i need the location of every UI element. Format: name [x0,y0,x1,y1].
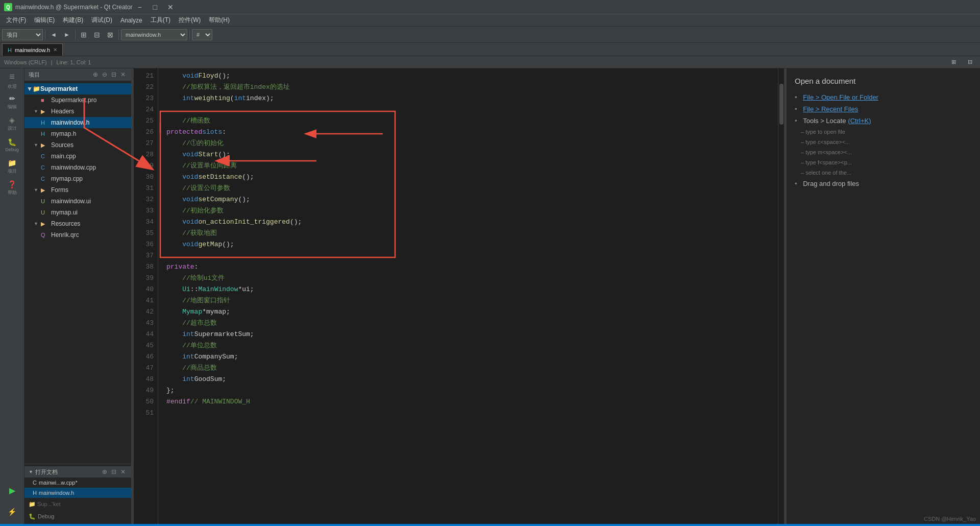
ln-29: 29 [134,160,154,172]
ui-file-icon: U [41,198,49,204]
code-line-27: //①的初始化 [166,138,778,149]
activity-debug2[interactable]: ⚡ [2,501,22,522]
tree-item-mymap-h[interactable]: H mymap.h [24,128,131,139]
toolbar-icon3[interactable]: ⊠ [104,29,116,41]
file-combo[interactable]: mainwindow.h [121,29,187,40]
code-content[interactable]: void Floyd(); //加权算法，返回超市index的选址 int we… [158,68,778,524]
activity-help[interactable]: ❓ 帮助 [2,178,22,198]
scrollbar-thumb[interactable] [779,84,783,125]
code-line-47: //商品总数 [166,363,778,374]
project-more-button[interactable]: ⊟ [110,70,118,79]
code-line-21: void Floyd(); [166,70,778,82]
open-files-btn2[interactable]: ⊟ [110,468,118,476]
tab-close-icon[interactable]: ✕ [53,47,57,53]
open-doc-sub-5: – select one of the... [795,170,972,176]
tab-mainwindow-h[interactable]: H mainwindow.h ✕ [2,43,63,56]
tree-item-main-cpp[interactable]: C main.cpp [24,151,131,162]
status-compile[interactable]: 4 编译输出 [250,524,283,526]
tree-item-mainwindow-cpp[interactable]: C mainwindow.cpp [24,162,131,173]
sources-label: Sources [51,141,74,149]
infobar: Windows (CRLF) | Line: 1, Col: 1 ⊞ ⊟ [0,56,980,68]
open-files-label: 打开文档 [35,468,58,476]
tree-item-henrik-qrc[interactable]: Q Henrik.qrc [24,229,131,241]
status-search[interactable]: 2 Search Results [149,524,198,526]
toolbar-icon1[interactable]: ⊞ [78,29,90,41]
toolbar-icon2[interactable]: ⊟ [91,29,103,41]
ln-45: 45 [134,340,154,351]
status-general[interactable]: 6 概要信息 [352,524,385,526]
code-line-49: }; [166,385,778,396]
tree-item-forms[interactable]: ▼ ▶ Forms [24,184,131,196]
code-editor: 21 22 23 24 25 26 27 28 29 30 31 32 33 3… [134,68,784,524]
open-files-header[interactable]: ▼ 打开文档 ⊕ ⊟ ✕ [24,466,131,477]
forms-folder-icon: ▶ [41,187,49,194]
tree-item-mymap-cpp[interactable]: C mymap.cpp [24,173,131,184]
project-root[interactable]: ▼ 📁 Supermarket [24,83,131,94]
open-file-mainwindow-cpp[interactable]: C mainwi...w.cpp* [24,477,131,488]
vertical-scrollbar[interactable] [778,68,784,524]
h-icon: H [33,490,37,496]
position-label: Line: 1, Col: 1 [57,59,91,65]
resources-label: Resources [51,220,80,227]
tree-item-pro[interactable]: ■ Supermarket.pro [24,94,131,106]
headers-label: Headers [51,108,74,115]
tree-item-resources[interactable]: ▼ ▶ Resources [24,218,131,229]
tree-item-mainwindow-h[interactable]: H mainwindow.h [24,117,131,128]
status-qml[interactable]: 5 QML Debugger输出 [287,524,348,526]
status-app-output[interactable]: 3 应用程序输出 [202,524,246,526]
main-cpp-label: main.cpp [51,153,76,160]
split-editor-button[interactable]: ⊞ [947,56,960,68]
open-files-btn3[interactable]: ✕ [119,468,127,476]
ln-28: 28 [134,149,154,160]
menu-build[interactable]: 构建(B) [59,14,87,26]
minimize-button[interactable]: − [133,2,147,13]
toolbar-back[interactable]: ◄ [47,29,60,41]
panel-toggle-button[interactable]: ⊟ [964,56,976,68]
debug-mini-button[interactable]: 🐛 Debug [24,511,131,522]
close-button[interactable]: ✕ [163,2,178,13]
code-line-23: int weighting(int index); [166,93,778,104]
activity-project[interactable]: 📁 项目 [2,156,22,177]
tree-item-mainwindow-ui[interactable]: U mainwindow.ui [24,196,131,207]
menu-file[interactable]: 文件(F) [2,14,30,26]
menu-edit[interactable]: 编辑(E) [30,14,59,26]
activity-edit[interactable]: ✏ 编辑 [2,92,22,112]
menu-tools[interactable]: 工具(T) [146,14,175,26]
project-panel-header: 项目 ⊕ ⊖ ⊟ ✕ [24,68,131,81]
status-arrow[interactable]: ▲ [434,524,446,526]
ln-23: 23 [134,93,154,104]
mymap-ui-label: mymap.ui [51,209,78,216]
tree-item-sources[interactable]: ▼ ▶ Sources [24,139,131,151]
project-close-button[interactable]: ✕ [119,70,127,79]
open-doc-title: Open a document [795,77,972,85]
menu-debug[interactable]: 调试(D) [87,14,116,26]
open-files-btn1[interactable]: ⊕ [101,468,109,476]
open-file-mainwindow-h[interactable]: H mainwindow.h [24,488,131,498]
tree-item-headers[interactable]: ▼ ▶ Headers [24,106,131,117]
infobar-sep: | [51,59,53,65]
activity-design[interactable]: ◈ 设计 [2,113,22,134]
code-line-34: void on_actionInit_triggered(); [166,217,778,228]
status-tests[interactable]: 8 Test Results [389,524,430,526]
tree-item-mymap-ui[interactable]: U mymap.ui [24,207,131,218]
toolbar-forward[interactable]: ► [61,29,73,41]
project-filter-button[interactable]: ⊖ [101,70,109,79]
tab-icon: H [8,47,12,53]
project-pin-button[interactable]: ⊕ [91,70,100,79]
activity-label: 项目 [8,168,17,175]
project-combo[interactable]: 项目 [2,29,43,40]
maximize-button[interactable]: □ [148,2,162,13]
menu-help[interactable]: 帮助(H) [205,14,234,26]
activity-welcome[interactable]: ≡ 欢迎 [2,70,22,91]
ln-39: 39 [134,273,154,284]
code-line-39: //绘制ui文件 [166,273,778,284]
menu-analyze[interactable]: Analyze [116,14,146,26]
ln-44: 44 [134,329,154,340]
activity-debug[interactable]: 🐛 Debug [2,135,22,155]
activity-run[interactable]: ▶ [2,480,22,500]
hash-combo[interactable]: # [192,29,212,40]
status-issues[interactable]: 1 问题 [122,524,144,526]
cpp-file-icon3: C [41,176,49,182]
app-icon: Q [4,3,12,11]
menu-controls[interactable]: 控件(W) [175,14,205,26]
